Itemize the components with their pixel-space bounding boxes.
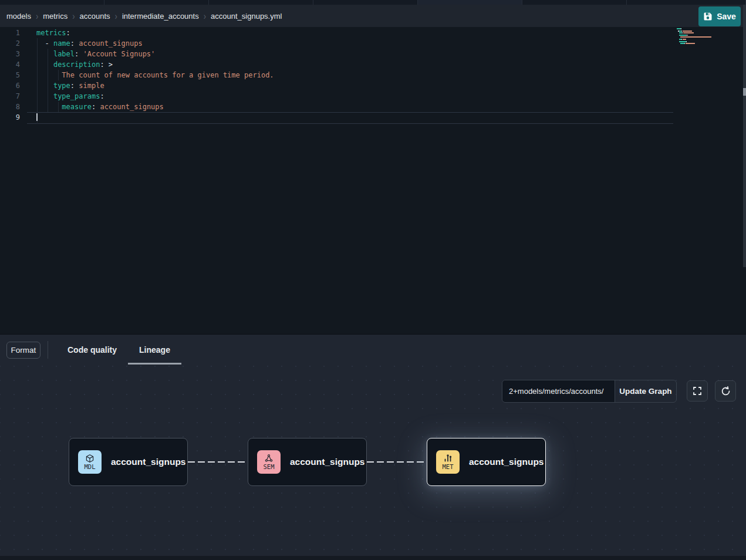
- badge-label: MET: [443, 464, 454, 470]
- minimap-line: [677, 28, 738, 29]
- minimap-line: [677, 35, 738, 36]
- code-line[interactable]: 9: [0, 112, 673, 123]
- save-label: Save: [717, 12, 736, 21]
- editor-tab-segment[interactable]: [522, 0, 627, 5]
- format-button[interactable]: Format: [6, 342, 40, 359]
- code-line[interactable]: 4 description: >: [0, 59, 673, 70]
- breadcrumb-item-metrics[interactable]: metrics: [43, 12, 67, 21]
- code-text: - name: account_signups: [36, 39, 143, 48]
- minimap-line: [677, 43, 738, 44]
- lineage-filter-group: Update Graph: [502, 380, 677, 403]
- lineage-node-mdl[interactable]: MDLaccount_signups: [69, 438, 188, 486]
- text-cursor: [36, 113, 38, 121]
- fullscreen-button[interactable]: [687, 380, 708, 402]
- indent-guide: [58, 70, 59, 80]
- editor-tab-segment[interactable]: [627, 0, 746, 5]
- minimap-line: [677, 36, 738, 38]
- lineage-filter-input[interactable]: [502, 380, 615, 402]
- panel-tabs: Code qualityLineage: [56, 335, 181, 365]
- mdl-badge: MDL: [78, 450, 102, 474]
- minimap-line: [677, 41, 738, 42]
- line-number: 7: [0, 92, 20, 100]
- code-text: type: simple: [36, 82, 104, 90]
- editor-tab-segment[interactable]: [209, 0, 313, 5]
- line-number: 8: [0, 103, 20, 111]
- save-button[interactable]: Save: [698, 6, 741, 26]
- editor-tab-segment[interactable]: [104, 0, 209, 5]
- code-line[interactable]: 1metrics:: [0, 28, 673, 38]
- lineage-node-met[interactable]: METaccount_signups: [427, 438, 546, 486]
- line-number: 1: [0, 29, 20, 37]
- node-label: account_signups: [111, 457, 185, 467]
- minimap[interactable]: [677, 28, 738, 47]
- code-text: type_params:: [36, 92, 104, 100]
- line-number: 4: [0, 60, 20, 69]
- code-text: label: 'Account Signups': [36, 50, 155, 58]
- code-text: measure: account_signups: [36, 103, 164, 111]
- breadcrumb-chevron-icon: ›: [115, 11, 117, 21]
- model-cube-icon: [85, 454, 94, 463]
- breadcrumb-bar: models›metrics›accounts›intermediate_acc…: [0, 5, 746, 27]
- scrollbar[interactable]: [743, 5, 746, 267]
- indent-guide: [58, 102, 59, 112]
- refresh-icon: [721, 386, 731, 396]
- editor-tab-segment[interactable]: [313, 0, 418, 5]
- code-line[interactable]: 7 type_params:: [0, 91, 673, 102]
- breadcrumb: models›metrics›accounts›intermediate_acc…: [6, 12, 282, 21]
- sem-badge: SEM: [257, 450, 281, 474]
- code-text: metrics:: [36, 29, 70, 37]
- code-text: description: >: [36, 60, 113, 69]
- breadcrumb-chevron-icon: ›: [72, 11, 75, 21]
- semantic-model-icon: [264, 454, 274, 463]
- tab-code-quality[interactable]: Code quality: [56, 335, 128, 365]
- node-label: account_signups: [469, 457, 544, 467]
- app-window: models›metrics›accounts›intermediate_acc…: [0, 0, 746, 560]
- editor-tab-segment[interactable]: [0, 0, 104, 5]
- code-line[interactable]: 8 measure: account_signups: [0, 102, 673, 112]
- code-line[interactable]: 3 label: 'Account Signups': [0, 49, 673, 59]
- breadcrumb-item-models[interactable]: models: [6, 12, 31, 21]
- badge-label: MDL: [85, 464, 96, 470]
- code-line[interactable]: 5 The count of new accounts for a given …: [0, 70, 673, 80]
- lineage-canvas[interactable]: Update Graph MDLaccount_s: [0, 365, 746, 556]
- code-editor[interactable]: 1metrics:2 - name: account_signups3 labe…: [0, 27, 743, 334]
- panel-tab-row: Format Code qualityLineage: [0, 335, 746, 365]
- editor-tab-segment[interactable]: [418, 0, 522, 5]
- metric-chart-icon: [443, 454, 453, 463]
- breadcrumb-chevron-icon: ›: [204, 11, 206, 21]
- indent-guide: [37, 38, 38, 123]
- scrollbar-thumb[interactable]: [743, 88, 746, 96]
- line-number: 9: [0, 113, 20, 122]
- code-text: The count of new accounts for a given ti…: [36, 71, 274, 79]
- node-label: account_signups: [290, 457, 364, 467]
- tab-lineage[interactable]: Lineage: [128, 335, 181, 365]
- bottom-panel: Format Code qualityLineage Update Graph: [0, 334, 746, 560]
- editor-tabs-strip: [0, 0, 746, 5]
- lineage-edge: [367, 461, 427, 463]
- refresh-button[interactable]: [715, 380, 736, 402]
- breadcrumb-item-intermediate-accounts[interactable]: intermediate_accounts: [122, 12, 199, 21]
- panel-bottom-strip: [0, 556, 746, 560]
- line-number: 5: [0, 71, 20, 79]
- breadcrumb-item-accounts[interactable]: accounts: [80, 12, 110, 21]
- minimap-line: [677, 39, 738, 40]
- line-number: 3: [0, 50, 20, 58]
- update-graph-button[interactable]: Update Graph: [615, 380, 676, 402]
- minimap-line: [677, 31, 738, 32]
- lineage-edge: [188, 461, 248, 463]
- met-badge: MET: [436, 450, 460, 474]
- code-line[interactable]: 6 type: simple: [0, 80, 673, 91]
- fullscreen-icon: [693, 386, 702, 396]
- save-icon: [703, 12, 713, 21]
- code-line[interactable]: 2 - name: account_signups: [0, 38, 673, 49]
- breadcrumb-chevron-icon: ›: [36, 11, 38, 21]
- breadcrumb-item-account-signups-yml[interactable]: account_signups.yml: [211, 12, 282, 21]
- lineage-node-sem[interactable]: SEMaccount_signups: [248, 438, 367, 486]
- line-number: 2: [0, 39, 20, 48]
- indent-guide: [48, 49, 48, 112]
- badge-label: SEM: [264, 464, 275, 470]
- divider: [48, 341, 48, 359]
- line-number: 6: [0, 82, 20, 90]
- minimap-line: [677, 45, 738, 46]
- code-lines: 1metrics:2 - name: account_signups3 labe…: [0, 28, 673, 123]
